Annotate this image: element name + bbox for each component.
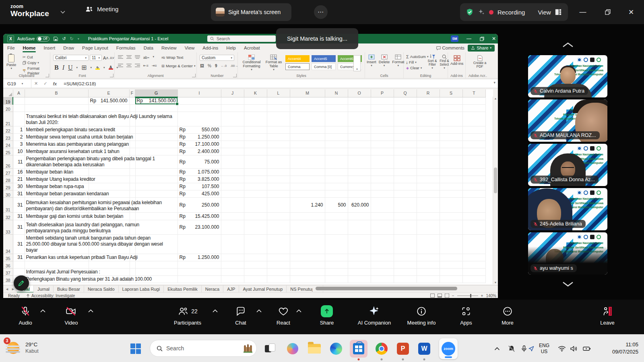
italic-button[interactable]: I bbox=[62, 64, 64, 71]
cell-Q19[interactable] bbox=[394, 97, 417, 104]
column-header-M[interactable]: M bbox=[290, 89, 325, 97]
cell-A32[interactable]: 31 bbox=[13, 212, 25, 220]
cell-N23[interactable] bbox=[325, 133, 348, 141]
cell-B36[interactable] bbox=[25, 261, 178, 268]
increase-indent-icon[interactable]: ⇥≡ bbox=[152, 64, 157, 68]
participant-tile-ayu-wahyumi-s[interactable]: Pelatihan Nasional OnlineProgram Sertifi… bbox=[528, 232, 607, 275]
column-header-E[interactable]: E bbox=[88, 89, 129, 97]
cell-P35[interactable] bbox=[371, 254, 394, 261]
cell-L20[interactable] bbox=[267, 104, 290, 112]
cell-J25[interactable] bbox=[221, 148, 244, 155]
cell-style-accent4[interactable]: Accent4 bbox=[285, 55, 310, 62]
cell-S25[interactable] bbox=[440, 148, 462, 155]
cell-K33[interactable] bbox=[244, 220, 267, 234]
window-minimize-button[interactable]: — bbox=[576, 6, 589, 19]
cell-R22[interactable] bbox=[417, 126, 440, 133]
cell-S30[interactable] bbox=[440, 190, 462, 197]
menu-tab-formulas[interactable]: Formulas bbox=[112, 43, 140, 52]
taskbar-weather-widget[interactable]: 3 29°C Kabut bbox=[6, 339, 39, 356]
normal-view-icon[interactable] bbox=[430, 294, 435, 298]
cell-R23[interactable] bbox=[417, 133, 440, 141]
cell-R27[interactable] bbox=[417, 168, 440, 176]
taskbar-edge-icon[interactable] bbox=[330, 335, 342, 362]
addins-button[interactable]: Add-ins bbox=[450, 55, 463, 66]
column-header-J[interactable]: J bbox=[221, 89, 244, 97]
cell-K24[interactable] bbox=[244, 141, 267, 148]
cell-R36[interactable] bbox=[417, 261, 440, 268]
cell-R26[interactable] bbox=[417, 155, 440, 168]
sort-filter-button[interactable]: Sort & Filter▾ bbox=[427, 54, 438, 70]
cell-O33[interactable] bbox=[348, 220, 371, 234]
cell-N31[interactable]: 500 bbox=[325, 197, 348, 212]
cell-I36[interactable] bbox=[178, 261, 221, 268]
enter-icon[interactable]: ✓ bbox=[43, 81, 47, 86]
cell-S33[interactable] bbox=[440, 220, 462, 234]
cell-T25[interactable] bbox=[462, 148, 485, 155]
taskbar-powerpoint-icon[interactable]: P bbox=[397, 335, 409, 362]
row-header-37[interactable]: 37 bbox=[3, 268, 13, 275]
cell-Q23[interactable] bbox=[394, 133, 417, 141]
orientation-icon[interactable]: ab⌁ bbox=[143, 55, 149, 60]
cell-O29[interactable] bbox=[348, 183, 371, 190]
cell-J38[interactable] bbox=[221, 275, 244, 283]
cell-I38[interactable] bbox=[178, 275, 221, 283]
cell-S36[interactable] bbox=[440, 261, 462, 268]
cell-J29[interactable] bbox=[221, 183, 244, 190]
cell-N21[interactable] bbox=[325, 112, 348, 126]
scroll-participants-down-button[interactable] bbox=[561, 281, 574, 288]
column-header-A[interactable]: A bbox=[13, 89, 25, 97]
cell-T24[interactable] bbox=[462, 141, 485, 148]
participant-tile-calvin-ardana-putra[interactable]: Pelatihan Nasional OnlineProgram Sertifi… bbox=[528, 55, 607, 97]
cell-J21[interactable] bbox=[221, 112, 244, 126]
tab-meeting[interactable]: Meeting bbox=[85, 6, 118, 12]
cell-O24[interactable] bbox=[348, 141, 371, 148]
cell-B37[interactable]: Informasi Ayat Jurnal Penyesuaian : bbox=[25, 268, 178, 275]
row-header-26[interactable]: 26 bbox=[3, 155, 13, 168]
cell-A31[interactable]: 31 bbox=[13, 197, 25, 212]
cell-L28[interactable] bbox=[267, 176, 290, 183]
taskbar-word-icon[interactable]: W bbox=[418, 335, 430, 362]
cell-R35[interactable] bbox=[417, 254, 440, 261]
cell-A26[interactable]: 11 bbox=[13, 155, 25, 168]
column-header-P[interactable]: P bbox=[371, 89, 394, 97]
cell-A20[interactable] bbox=[13, 104, 25, 112]
vertical-scrollbar[interactable]: ▲ ▼ bbox=[493, 97, 498, 284]
menu-tab-data[interactable]: Data bbox=[140, 43, 157, 52]
cell-M37[interactable] bbox=[290, 268, 325, 275]
zoom-in-button[interactable]: + bbox=[481, 294, 483, 298]
cell-style-comma-0[interactable]: Comma [0] bbox=[312, 63, 336, 70]
cell-I25[interactable]: Rp2.400.000 bbox=[178, 148, 221, 155]
row-header-22[interactable]: 22 bbox=[3, 126, 13, 133]
share-document-button[interactable]: Share ▾ bbox=[468, 45, 495, 52]
cell-L23[interactable] bbox=[267, 133, 290, 141]
cell-A34[interactable]: 31 bbox=[13, 234, 25, 254]
cell-K19[interactable] bbox=[244, 97, 267, 104]
cell-Q24[interactable] bbox=[394, 141, 417, 148]
cell-M35[interactable] bbox=[290, 254, 325, 261]
cell-L38[interactable] bbox=[267, 275, 290, 283]
cell-T22[interactable] bbox=[462, 126, 485, 133]
accounting-format-icon[interactable]: 🖽 bbox=[200, 64, 204, 68]
cell-P27[interactable] bbox=[371, 168, 394, 176]
cell-N22[interactable] bbox=[325, 126, 348, 133]
view-button-label[interactable]: View bbox=[538, 9, 551, 16]
cell-A30[interactable]: 31 bbox=[13, 190, 25, 197]
cell-L36[interactable] bbox=[267, 261, 290, 268]
cell-A19[interactable] bbox=[13, 97, 25, 104]
align-middle-icon[interactable] bbox=[126, 55, 132, 59]
cell-Q33[interactable] bbox=[394, 220, 417, 234]
cell-T37[interactable] bbox=[462, 268, 485, 275]
excel-close-button[interactable]: ✕ bbox=[489, 34, 498, 43]
column-header-K[interactable]: K bbox=[244, 89, 267, 97]
cell-K35[interactable] bbox=[244, 254, 267, 261]
cell-K36[interactable] bbox=[244, 261, 267, 268]
cell-P34[interactable] bbox=[371, 234, 394, 254]
cell-A29[interactable]: 30 bbox=[13, 183, 25, 190]
cell-M25[interactable] bbox=[290, 148, 325, 155]
cell-O35[interactable] bbox=[348, 254, 371, 261]
font-color-button[interactable]: A bbox=[109, 66, 113, 70]
cell-L24[interactable] bbox=[267, 141, 290, 148]
toolbar-more-button[interactable]: More bbox=[481, 305, 534, 326]
cell-J19[interactable] bbox=[221, 97, 244, 104]
cell-M36[interactable] bbox=[290, 261, 325, 268]
